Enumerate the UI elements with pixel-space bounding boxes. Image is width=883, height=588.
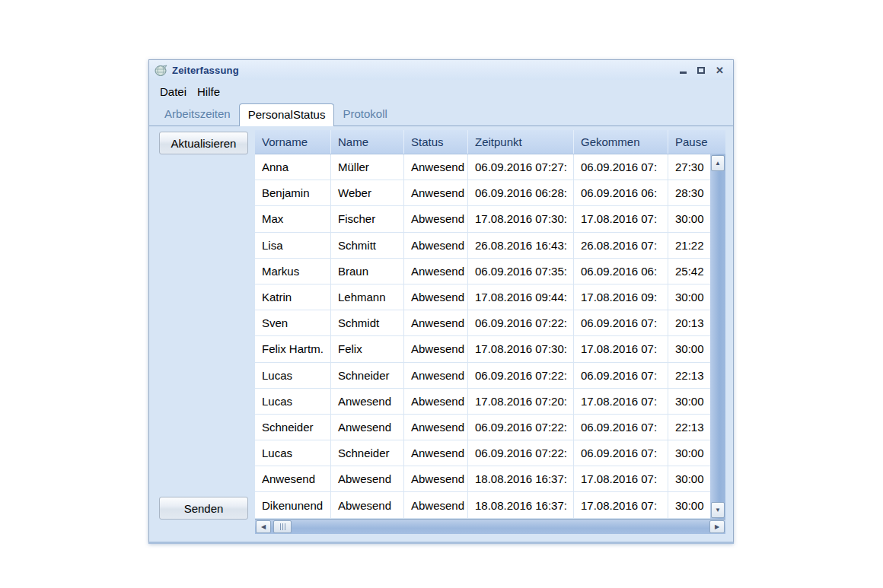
- cell-name: Schneider: [331, 440, 404, 466]
- cell-gekommen: 06.09.2016 06:: [574, 180, 668, 205]
- tab-personalstatus[interactable]: PersonalStatus: [239, 103, 335, 126]
- tab-content: Aktualisieren Senden Vorname Name Status…: [149, 126, 733, 542]
- table-row[interactable]: Dikenunend Abwesend Abwesend 18.08.2016 …: [255, 492, 710, 518]
- cell-zeitpunkt: 06.09.2016 07:22:: [468, 415, 574, 440]
- table-header-row: Vorname Name Status Zeitpunkt Gekommen P…: [255, 130, 725, 154]
- cell-name: Abwesend: [331, 466, 404, 491]
- window-controls: ✕: [680, 65, 724, 75]
- column-header-gekommen[interactable]: Gekommen: [574, 130, 668, 154]
- cell-name: Anwesend: [331, 389, 404, 414]
- table-row[interactable]: Sven Schmidt Anwesend 06.09.2016 07:22: …: [255, 310, 710, 336]
- cell-vorname: Lisa: [255, 233, 331, 258]
- column-header-name[interactable]: Name: [331, 130, 404, 154]
- cell-status: Anwesend: [404, 154, 468, 180]
- cell-gekommen: 06.09.2016 07:: [574, 440, 668, 466]
- cell-gekommen: 17.08.2016 07:: [574, 336, 668, 361]
- table-body: Anna Müller Anwesend 06.09.2016 07:27: 0…: [255, 154, 725, 519]
- cell-gekommen: 06.09.2016 07:: [574, 154, 668, 180]
- cell-vorname: Benjamin: [255, 180, 331, 205]
- table-row[interactable]: Lucas Schneider Anwesend 06.09.2016 07:2…: [255, 363, 710, 389]
- horizontal-scrollbar-thumb[interactable]: [273, 520, 292, 533]
- cell-vorname: Lucas: [255, 440, 331, 466]
- cell-status: Anwesend: [404, 363, 468, 388]
- table-row[interactable]: Schneider Anwesend Anwesend 06.09.2016 0…: [255, 415, 710, 440]
- app-icon: [155, 65, 167, 76]
- cell-name: Lehmann: [331, 284, 404, 310]
- table-row[interactable]: Benjamin Weber Anwesend 06.09.2016 06:28…: [255, 180, 710, 206]
- cell-pause: 30:00: [668, 440, 710, 466]
- cell-gekommen: 06.09.2016 07:: [574, 363, 668, 388]
- maximize-icon[interactable]: [697, 67, 705, 74]
- horizontal-scrollbar-track[interactable]: [292, 520, 709, 534]
- tab-protokoll[interactable]: Protokoll: [334, 103, 395, 126]
- cell-name: Weber: [331, 180, 404, 205]
- cell-gekommen: 17.08.2016 07:: [574, 389, 668, 414]
- column-header-zeitpunkt[interactable]: Zeitpunkt: [468, 130, 574, 154]
- menu-hilfe[interactable]: Hilfe: [192, 82, 225, 101]
- vertical-scrollbar[interactable]: ▲ ▼: [710, 154, 725, 519]
- cell-pause: 27:30: [668, 154, 710, 180]
- cell-pause: 30:00: [668, 284, 710, 310]
- cell-name: Müller: [331, 154, 404, 180]
- scroll-left-icon[interactable]: ◀: [256, 520, 271, 533]
- cell-vorname: Lucas: [255, 389, 331, 414]
- cell-status: Abwesend: [404, 233, 468, 258]
- cell-pause: 20:13: [668, 310, 710, 335]
- cell-status: Anwesend: [404, 310, 468, 335]
- cell-zeitpunkt: 17.08.2016 09:44:: [468, 284, 574, 310]
- scroll-down-icon[interactable]: ▼: [711, 502, 725, 518]
- refresh-button[interactable]: Aktualisieren: [159, 132, 248, 154]
- scroll-up-icon[interactable]: ▲: [711, 155, 725, 171]
- cell-vorname: Dikenunend: [255, 492, 331, 517]
- menu-datei[interactable]: Datei: [155, 82, 192, 101]
- horizontal-scrollbar[interactable]: ◀ ▶: [255, 519, 725, 534]
- table-row[interactable]: Anna Müller Anwesend 06.09.2016 07:27: 0…: [255, 154, 710, 180]
- cell-pause: 30:00: [668, 206, 710, 231]
- table-row[interactable]: Lucas Anwesend Abwesend 17.08.2016 07:20…: [255, 389, 710, 415]
- cell-status: Abwesend: [404, 466, 468, 491]
- cell-name: Felix: [331, 336, 404, 361]
- cell-zeitpunkt: 17.08.2016 07:30:: [468, 336, 574, 361]
- cell-zeitpunkt: 18.08.2016 16:37:: [468, 492, 574, 517]
- cell-vorname: Max: [255, 206, 331, 231]
- table-row[interactable]: Lisa Schmitt Abwesend 26.08.2016 16:43: …: [255, 233, 710, 259]
- cell-pause: 30:00: [668, 492, 710, 517]
- cell-status: Abwesend: [404, 492, 468, 517]
- column-header-status[interactable]: Status: [404, 130, 468, 154]
- cell-name: Abwesend: [331, 492, 404, 517]
- table-row[interactable]: Lucas Schneider Anwesend 06.09.2016 07:2…: [255, 440, 710, 466]
- table-row[interactable]: Markus Braun Anwesend 06.09.2016 07:35: …: [255, 259, 710, 284]
- cell-zeitpunkt: 17.08.2016 07:30:: [468, 206, 574, 231]
- cell-name: Fischer: [331, 206, 404, 231]
- cell-zeitpunkt: 17.08.2016 07:20:: [468, 389, 574, 414]
- cell-gekommen: 06.09.2016 07:: [574, 310, 668, 335]
- cell-vorname: Schneider: [255, 415, 331, 440]
- table-row[interactable]: Anwesend Abwesend Abwesend 18.08.2016 16…: [255, 466, 710, 492]
- cell-zeitpunkt: 26.08.2016 16:43:: [468, 233, 574, 258]
- table-row[interactable]: Katrin Lehmann Abwesend 17.08.2016 09:44…: [255, 284, 710, 310]
- personnel-status-table: Vorname Name Status Zeitpunkt Gekommen P…: [255, 130, 725, 534]
- cell-vorname: Markus: [255, 259, 331, 284]
- cell-gekommen: 17.08.2016 07:: [574, 206, 668, 231]
- cell-pause: 28:30: [668, 180, 710, 205]
- cell-pause: 22:13: [668, 363, 710, 388]
- cell-name: Schmidt: [331, 310, 404, 335]
- cell-status: Anwesend: [404, 440, 468, 466]
- scroll-right-icon[interactable]: ▶: [709, 520, 725, 533]
- tab-arbeitszeiten[interactable]: Arbeitszeiten: [156, 103, 239, 126]
- cell-gekommen: 06.09.2016 06:: [574, 259, 668, 284]
- close-icon[interactable]: ✕: [716, 65, 724, 75]
- table-row[interactable]: Max Fischer Abwesend 17.08.2016 07:30: 1…: [255, 206, 710, 232]
- cell-gekommen: 17.08.2016 07:: [574, 466, 668, 491]
- table-row[interactable]: Felix Hartm. Felix Abwesend 17.08.2016 0…: [255, 336, 710, 362]
- send-button[interactable]: Senden: [159, 497, 248, 520]
- cell-status: Abwesend: [404, 206, 468, 231]
- cell-zeitpunkt: 06.09.2016 07:22:: [468, 363, 574, 388]
- column-header-vorname[interactable]: Vorname: [255, 130, 331, 154]
- cell-zeitpunkt: 06.09.2016 07:27:: [468, 154, 574, 180]
- cell-gekommen: 06.09.2016 07:: [574, 415, 668, 440]
- minimize-icon[interactable]: [680, 72, 687, 74]
- column-header-pause[interactable]: Pause: [668, 130, 725, 154]
- cell-pause: 30:00: [668, 389, 710, 414]
- cell-zeitpunkt: 06.09.2016 06:28:: [468, 180, 574, 205]
